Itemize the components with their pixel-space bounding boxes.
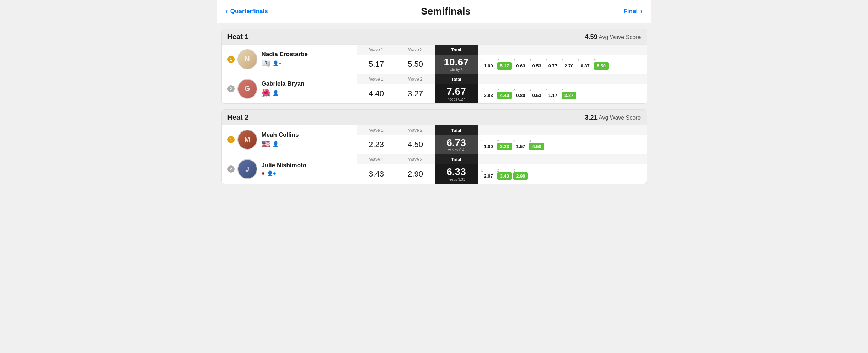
avatar-heat2-0: M (237, 130, 257, 150)
chevron-left-icon (226, 7, 228, 16)
wave2-value: 5.50 (396, 57, 435, 72)
wave2-header: Wave 2 (396, 75, 435, 83)
scores-values-row: 4.40 3.27 7.67 needs 6.27 1 2.83 2 4.40 (357, 84, 647, 103)
individual-waves-heat2-1: 1 2.67 2 3.43 3 2.90 (478, 166, 647, 183)
wave-chip: 4 0.53 (529, 59, 544, 70)
total-header: Total (435, 125, 478, 135)
heat-header-heat2: Heat 2 3.21 Avg Wave Score (222, 110, 647, 125)
wave-chip: 3 0.80 (513, 88, 528, 99)
scores-header-row: Wave 1 Wave 2 Total (357, 45, 647, 55)
wave-chip: 1 2.83 (481, 88, 496, 99)
wave-chip: 6 2.70 (562, 59, 576, 70)
competitor-details: Julie Nishimoto ● 👤+ (262, 162, 351, 176)
flag-hawaii: 🌺 (262, 88, 270, 97)
total-header: Total (435, 45, 478, 55)
wave-chip: 5 1.17 (546, 88, 560, 99)
avatar-heat2-1: J (237, 159, 257, 179)
add-competitor-icon[interactable]: 👤+ (267, 170, 276, 176)
add-competitor-icon[interactable]: 👤+ (273, 141, 282, 147)
add-competitor-icon[interactable]: 👤+ (273, 60, 282, 66)
competitor-flags: 🌺 👤+ (262, 88, 351, 97)
total-cell-heat1-0: 10.67 win by 3 (435, 55, 478, 74)
right-scores-heat2-0: Wave 1 Wave 2 Total 2.23 4.50 6.73 win b… (357, 125, 647, 154)
wave-chip: 3 2.90 (513, 169, 528, 180)
competitor-info-heat1-1: 2 G Gabriela Bryan 🌺 👤+ (222, 74, 357, 103)
wave1-value: 3.43 (357, 167, 396, 181)
competitor-name: Nadia Erostar​be (262, 51, 351, 58)
wave2-value: 3.27 (396, 86, 435, 101)
wave-chip: 2 3.43 (497, 169, 512, 180)
scores-header-row: Wave 1 Wave 2 Total (357, 125, 647, 135)
heat-avg-heat1: 4.59 Avg Wave Score (585, 33, 641, 41)
scores-header-row: Wave 1 Wave 2 Total (357, 154, 647, 164)
wave-chip: 5 0.77 (546, 59, 560, 70)
competitor-row-heat2-1: 2 J Julie Nishimoto ● 👤+ Wave 1 Wave 2 (222, 154, 647, 184)
total-cell-heat2-0: 6.73 win by 0.4 (435, 135, 478, 154)
competitor-row-heat1-1: 2 G Gabriela Bryan 🌺 👤+ Wave 1 Wave 2 (222, 74, 647, 103)
wave2-header: Wave 2 (396, 155, 435, 164)
flag-usa: 🇺🇸 (262, 140, 270, 148)
total-header: Total (435, 154, 478, 164)
competitor-flags: ● 👤+ (262, 170, 351, 176)
wave-chip: 2 2.23 (497, 139, 512, 150)
wave-chip: 2 5.17 (497, 59, 512, 70)
wave1-header: Wave 1 (357, 45, 396, 54)
competitor-details: Meah Collins 🇺🇸 👤+ (262, 131, 351, 148)
competitor-name: Meah Collins (262, 131, 351, 139)
wave-chip: 3 1.57 (513, 139, 528, 150)
wave-chip: 1 1.00 (481, 59, 496, 70)
competitor-flags: 🏴󠁥󠁳󠁰󠁶󠁿 👤+ (262, 59, 351, 67)
right-scores-heat2-1: Wave 1 Wave 2 Total 3.43 2.90 6.33 needs… (357, 154, 647, 184)
heat-section-heat1: Heat 1 4.59 Avg Wave Score 1 N Nadia Ero… (221, 29, 647, 104)
competitor-info-heat1-0: 1 N Nadia Erostar​be 🏴󠁥󠁳󠁰󠁶󠁿 👤+ (222, 45, 357, 74)
wave1-value: 4.40 (357, 86, 396, 101)
right-scores-heat1-0: Wave 1 Wave 2 Total 5.17 5.50 10.67 win … (357, 45, 647, 74)
competitor-details: Nadia Erostar​be 🏴󠁥󠁳󠁰󠁶󠁿 👤+ (262, 51, 351, 67)
page-header: Quarterfinals Semifinals Final (217, 0, 651, 23)
wave2-value: 4.50 (396, 137, 435, 152)
wave1-header: Wave 1 (357, 126, 396, 135)
total-cell-heat1-1: 7.67 needs 6.27 (435, 84, 478, 103)
rank-badge: 2 (227, 85, 235, 92)
individual-waves-heat2-0: 1 1.00 2 2.23 3 1.57 4 4.50 (478, 136, 647, 153)
wave2-header: Wave 2 (396, 126, 435, 135)
total-header: Total (435, 74, 478, 84)
nav-prev-label: Quarterfinals (230, 8, 268, 15)
nav-next-label: Final (623, 8, 638, 15)
total-cell-heat2-1: 6.33 needs 3.31 (435, 164, 478, 184)
flag-basque: 🏴󠁥󠁳󠁰󠁶󠁿 (262, 59, 270, 67)
wave-chip: 2 4.40 (497, 88, 512, 99)
competitor-info-heat2-0: 1 M Meah Collins 🇺🇸 👤+ (222, 125, 357, 154)
wave1-header: Wave 1 (357, 155, 396, 164)
flag-japan: ● (262, 170, 265, 176)
heat-header-heat1: Heat 1 4.59 Avg Wave Score (222, 29, 647, 44)
individual-waves-heat1-0: 1 1.00 2 5.17 3 0.63 4 0.53 (478, 56, 647, 72)
scores-values-row: 2.23 4.50 6.73 win by 0.4 1 1.00 2 2.23 (357, 135, 647, 154)
competitor-flags: 🇺🇸 👤+ (262, 140, 351, 148)
wave-chip: 4 0.53 (529, 88, 544, 99)
avatar-heat1-0: N (237, 49, 257, 69)
add-competitor-icon[interactable]: 👤+ (273, 90, 282, 96)
right-scores-heat1-1: Wave 1 Wave 2 Total 4.40 3.27 7.67 needs… (357, 74, 647, 103)
wave-chip: 8 5.50 (594, 59, 609, 70)
wave-chip: 1 1.00 (481, 139, 496, 150)
wave-chip: 3 0.63 (513, 59, 528, 70)
competitor-row-heat2-0: 1 M Meah Collins 🇺🇸 👤+ Wave 1 Wave 2 (222, 125, 647, 154)
wave1-value: 2.23 (357, 137, 396, 152)
nav-next[interactable]: Final (623, 7, 642, 16)
wave-chip: 4 4.50 (529, 139, 544, 150)
rank-badge: 2 (227, 165, 235, 173)
heat-title-heat2: Heat 2 (227, 113, 249, 121)
chevron-right-icon (640, 7, 642, 16)
heat-title-heat1: Heat 1 (227, 33, 249, 41)
heat-section-heat2: Heat 2 3.21 Avg Wave Score 1 M Meah Coll… (221, 109, 647, 184)
wave2-header: Wave 2 (396, 45, 435, 54)
competitor-info-heat2-1: 2 J Julie Nishimoto ● 👤+ (222, 154, 357, 184)
competitor-name: Julie Nishimoto (262, 162, 351, 169)
scores-header-row: Wave 1 Wave 2 Total (357, 74, 647, 84)
wave-chip: 1 2.67 (481, 169, 496, 180)
heat-avg-heat2: 3.21 Avg Wave Score (585, 114, 641, 121)
wave-chip: 7 0.87 (578, 59, 592, 70)
wave2-value: 2.90 (396, 167, 435, 181)
nav-prev[interactable]: Quarterfinals (226, 7, 268, 16)
